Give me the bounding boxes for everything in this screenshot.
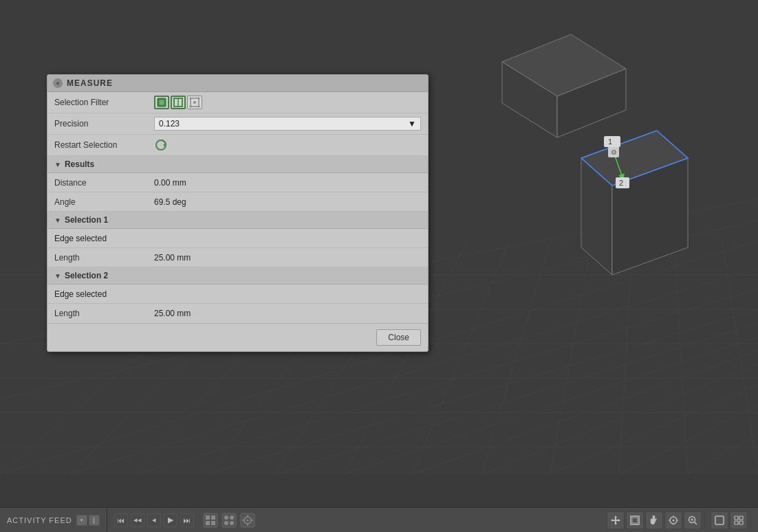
- svg-text:1: 1: [608, 137, 612, 146]
- svg-point-63: [224, 516, 228, 520]
- selection1-status: Edge selected: [54, 234, 107, 243]
- move-tool-button[interactable]: [607, 511, 625, 529]
- dialog-footer: Close: [47, 323, 428, 351]
- distance-value: 0.00 mm: [154, 178, 186, 188]
- selection1-status-row: Edge selected: [47, 229, 428, 248]
- svg-text:2: 2: [619, 179, 623, 187]
- frame-icon-3[interactable]: [239, 512, 256, 529]
- single-view-button[interactable]: [711, 511, 728, 529]
- measure-dialog: ● MEASURE Selection Filter: [47, 74, 429, 352]
- results-arrow-icon: ▼: [54, 161, 61, 168]
- angle-value: 69.5 deg: [154, 197, 186, 207]
- svg-marker-56: [163, 143, 166, 147]
- results-title: Results: [65, 159, 94, 169]
- frame-display-icons: [202, 512, 256, 529]
- svg-point-50: [193, 101, 196, 104]
- filter-icons-group: [154, 96, 202, 109]
- selection1-length-row: Length 25.00 mm: [47, 248, 428, 267]
- restart-icon[interactable]: [154, 138, 168, 152]
- results-section-header[interactable]: ▼ Results: [47, 156, 428, 173]
- svg-point-53: [190, 106, 192, 108]
- viewport-tools-group: [604, 511, 705, 529]
- svg-point-52: [198, 98, 200, 100]
- activity-feed-label: ACTIVITY FEED: [7, 516, 72, 524]
- selection-filter-label: Selection Filter: [54, 98, 154, 107]
- svg-point-69: [246, 519, 248, 521]
- precision-row: Precision 0.123 ▼: [47, 113, 428, 135]
- svg-rect-86: [715, 516, 724, 524]
- selection2-length-label: Length: [54, 309, 154, 318]
- svg-rect-46: [159, 100, 164, 105]
- activity-pipe-icon: |: [89, 515, 100, 526]
- skip-end-button[interactable]: ⏭: [180, 513, 194, 527]
- svg-line-83: [695, 522, 697, 525]
- restart-selection-label: Restart Selection: [54, 140, 154, 150]
- selection1-length-value: 25.00 mm: [154, 253, 191, 263]
- selection2-length-value: 25.00 mm: [154, 309, 191, 318]
- svg-rect-89: [735, 521, 738, 524]
- selection2-length-row: Length 25.00 mm: [47, 304, 428, 323]
- frame-tool-button[interactable]: [626, 511, 644, 529]
- svg-point-64: [230, 516, 234, 520]
- frame-icon-1[interactable]: [202, 512, 219, 529]
- svg-rect-87: [735, 516, 738, 520]
- svg-rect-61: [211, 521, 215, 525]
- svg-rect-62: [222, 513, 236, 527]
- activity-add-icon[interactable]: +: [76, 515, 87, 526]
- distance-label: Distance: [54, 178, 154, 188]
- angle-label: Angle: [54, 197, 154, 207]
- close-button[interactable]: Close: [376, 329, 421, 346]
- svg-point-65: [224, 521, 228, 525]
- right-toolbar: [604, 511, 751, 529]
- svg-point-66: [230, 521, 234, 525]
- zoom-tool-button[interactable]: [684, 511, 702, 529]
- selection2-title: Selection 2: [65, 271, 108, 280]
- svg-rect-58: [206, 516, 210, 520]
- svg-rect-60: [206, 521, 210, 525]
- svg-point-54: [198, 106, 200, 108]
- selection-filter-row: Selection Filter: [47, 92, 428, 113]
- selection2-arrow-icon: ▼: [54, 272, 61, 280]
- frame-icon-2[interactable]: [221, 512, 237, 529]
- step-back-button[interactable]: ◂◂: [131, 513, 144, 527]
- dialog-body: Selection Filter: [47, 92, 428, 323]
- orbit-tool-button[interactable]: [664, 511, 682, 529]
- angle-row: Angle 69.5 deg: [47, 192, 428, 212]
- svg-point-77: [673, 520, 675, 522]
- selection1-arrow-icon: ▼: [54, 217, 61, 224]
- step-back-single-button[interactable]: ◂: [147, 513, 161, 527]
- svg-rect-90: [739, 521, 743, 524]
- vertex-filter-icon[interactable]: [187, 96, 202, 109]
- skip-start-button[interactable]: ⏮: [114, 513, 128, 527]
- dialog-header: ● MEASURE: [47, 75, 428, 92]
- edge-filter-icon[interactable]: [171, 96, 186, 109]
- svg-text:⚙: ⚙: [611, 148, 617, 156]
- selection1-title: Selection 1: [65, 215, 108, 225]
- dialog-title: MEASURE: [67, 78, 113, 88]
- distance-row: Distance 0.00 mm: [47, 173, 428, 192]
- precision-label: Precision: [54, 119, 154, 129]
- playback-controls: ⏮ ◂◂ ◂ ▶ ⏭: [107, 508, 263, 532]
- dialog-close-icon[interactable]: ●: [53, 78, 63, 88]
- selection2-section-header[interactable]: ▼ Selection 2: [47, 267, 428, 285]
- activity-feed: ACTIVITY FEED + |: [0, 508, 107, 532]
- svg-point-51: [190, 98, 192, 100]
- restart-selection-row: Restart Selection: [47, 135, 428, 156]
- precision-select[interactable]: 0.123 ▼: [154, 117, 421, 131]
- view-layout-group: [708, 511, 751, 529]
- selection1-section-header[interactable]: ▼ Selection 1: [47, 212, 428, 229]
- face-filter-icon[interactable]: [154, 96, 169, 109]
- svg-rect-88: [739, 516, 743, 520]
- selection1-length-label: Length: [54, 253, 154, 263]
- selection2-status: Edge selected: [54, 289, 107, 299]
- hand-tool-button[interactable]: [645, 511, 663, 529]
- play-button[interactable]: ▶: [164, 513, 177, 527]
- svg-rect-59: [211, 516, 215, 520]
- quad-view-button[interactable]: [730, 511, 748, 529]
- bottom-bar: ACTIVITY FEED + | ⏮ ◂◂ ◂ ▶ ⏭: [0, 507, 758, 532]
- svg-rect-75: [632, 518, 638, 523]
- selection2-status-row: Edge selected: [47, 285, 428, 304]
- activity-feed-controls: + |: [76, 515, 100, 526]
